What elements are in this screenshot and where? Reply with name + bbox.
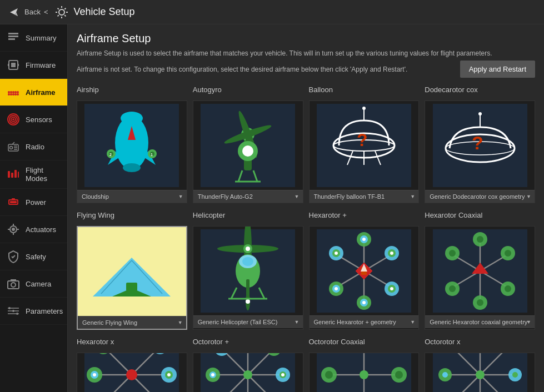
autogyro-card[interactable]: ThunderFly Auto-G2 (193, 100, 303, 203)
sidebar-item-sensors[interactable]: Sensors (0, 106, 67, 133)
svg-point-43 (12, 228, 15, 231)
helicopter-select[interactable]: Generic Helicopter (Tail ESC) (193, 315, 303, 328)
svg-text:1: 1 (151, 153, 153, 157)
balloon-image: ? (310, 101, 419, 190)
balloon-select-wrapper: ThunderFly balloon TF-B1 (310, 190, 419, 203)
sidebar-item-actuators-label: Actuators (26, 225, 56, 234)
svg-point-17 (12, 93, 14, 96)
category-section2: Flying Wing Helicopter Hexarotor + Hexar… (77, 209, 535, 220)
svg-point-162 (505, 250, 511, 257)
octorotor-x-card[interactable] (425, 353, 535, 392)
svg-point-15 (8, 93, 10, 96)
autogyro-select-wrapper: ThunderFly Auto-G2 (193, 190, 303, 203)
helicopter-card[interactable]: Generic Helicopter (Tail ESC) (193, 226, 303, 330)
svg-point-23 (12, 118, 14, 120)
sidebar-item-camera-label: Camera (26, 280, 51, 288)
hexarotor-coaxial-select[interactable]: Generic Hexarotor coaxial geometry (425, 315, 535, 328)
hexarotor-plus-card[interactable]: Generic Hexarotor + geometry (309, 226, 420, 330)
svg-rect-33 (18, 172, 19, 178)
svg-point-48 (16, 313, 18, 315)
svg-point-46 (8, 307, 11, 309)
octorotor-coaxial-card[interactable] (309, 353, 420, 392)
svg-rect-7 (11, 63, 16, 67)
sidebar-item-actuators[interactable]: Actuators (0, 216, 67, 243)
svg-point-18 (14, 93, 17, 96)
back-label: Back (24, 8, 41, 16)
hexarotor-plus-image (310, 227, 419, 315)
svg-point-75 (242, 145, 253, 157)
octorotor-coaxial-image (310, 353, 419, 392)
svg-point-19 (17, 93, 19, 96)
svg-point-13 (14, 91, 17, 93)
balloon-select[interactable]: ThunderFly balloon TF-B1 (310, 190, 419, 203)
svg-rect-8 (8, 64, 9, 66)
svg-point-156 (449, 250, 456, 257)
airship-card[interactable]: 2 1 Cloudship (77, 100, 187, 203)
svg-rect-5 (8, 38, 15, 40)
octorotor-plus-image (193, 353, 303, 392)
helicopter-image (193, 227, 303, 315)
airship-select[interactable]: Cloudship (77, 190, 187, 203)
category-label-octorotor-coaxial: Octorotor Coaxial (309, 338, 420, 346)
sidebar-item-airframe[interactable]: Airframe (0, 79, 67, 106)
dodecarotor-card[interactable]: ? Generic Dodecarotor cox geometry (425, 100, 535, 203)
svg-point-84 (362, 107, 366, 110)
category-label-hexarotor-coaxial: Hexarotor Coaxial (425, 211, 535, 219)
dodecarotor-image: ? (425, 101, 535, 190)
sidebar-item-power[interactable]: Power (0, 189, 67, 216)
svg-text:2: 2 (109, 153, 112, 157)
svg-point-133 (335, 252, 338, 255)
balloon-card[interactable]: ? ThunderFly balloon TF-B1 (309, 100, 420, 203)
power-icon (6, 194, 21, 210)
sidebar-item-camera[interactable]: Camera (0, 270, 67, 298)
layout: Summary Firmware (0, 24, 544, 392)
hexarotor-coaxial-select-wrapper: Generic Hexarotor coaxial geometry (425, 315, 535, 328)
autogyro-select[interactable]: ThunderFly Auto-G2 (193, 190, 303, 203)
sidebar-item-flight-modes[interactable]: Flight Modes (0, 160, 67, 189)
svg-point-139 (335, 287, 338, 290)
svg-point-111 (246, 299, 250, 304)
flying-wing-select[interactable]: Generic Flying Wing (78, 316, 186, 329)
svg-point-10 (8, 91, 10, 93)
hexarotor-coaxial-card[interactable]: Generic Hexarotor coaxial geometry (425, 226, 535, 330)
svg-point-234 (476, 370, 485, 379)
svg-rect-30 (8, 171, 10, 178)
svg-point-195 (243, 370, 252, 379)
airframe-status: Airframe is not set. To change this conf… (77, 66, 407, 73)
sensors-icon (6, 112, 21, 127)
apply-restart-button[interactable]: Apply and Restart (460, 61, 535, 78)
sidebar-item-power-label: Power (26, 198, 46, 207)
dodecarotor-select[interactable]: Generic Dodecarotor cox geometry (425, 190, 535, 203)
page-title: Vehicle Setup (74, 6, 135, 18)
sidebar-item-firmware-label: Firmware (26, 61, 56, 69)
svg-point-105 (246, 247, 250, 251)
sidebar-item-radio[interactable]: Radio (0, 133, 67, 160)
camera-icon (6, 276, 21, 292)
flying-wing-select-wrapper: Generic Flying Wing (78, 316, 186, 329)
category-label-airship: Airship (77, 86, 187, 94)
octorotor-plus-card[interactable] (193, 353, 303, 392)
category-section3: Hexarotor x Octorotor + Octorotor Coaxia… (77, 335, 535, 347)
sidebar-item-safety[interactable]: Safety (0, 243, 67, 270)
sidebar-item-parameters-label: Parameters (26, 307, 63, 315)
category-label-hexarotor-x: Hexarotor x (77, 338, 187, 346)
flying-wing-card[interactable]: Generic Flying Wing (77, 226, 187, 330)
svg-rect-31 (11, 173, 13, 178)
category-label-autogyro: Autogyro (193, 86, 303, 94)
svg-point-2 (59, 9, 64, 15)
helicopter-select-wrapper: Generic Helicopter (Tail ESC) (193, 315, 303, 328)
sidebar-item-firmware[interactable]: Firmware (0, 52, 67, 79)
sidebar-item-radio-label: Radio (26, 143, 44, 151)
svg-point-170 (126, 369, 137, 380)
safety-icon (6, 249, 21, 264)
sidebar-item-summary[interactable]: Summary (0, 24, 67, 52)
sidebar-item-parameters[interactable]: Parameters (0, 298, 67, 325)
separator: < (44, 8, 48, 16)
hexarotor-plus-select[interactable]: Generic Hexarotor + geometry (310, 315, 419, 328)
back-button[interactable]: Back < (7, 4, 49, 20)
category-airship: Airship Autogyro Balloon Dodecarotor cox (77, 86, 535, 95)
svg-point-216 (360, 370, 368, 379)
status-row: Airframe is not set. To change this conf… (77, 61, 535, 78)
hexarotor-x-card[interactable] (77, 353, 187, 392)
svg-rect-3 (8, 33, 18, 34)
